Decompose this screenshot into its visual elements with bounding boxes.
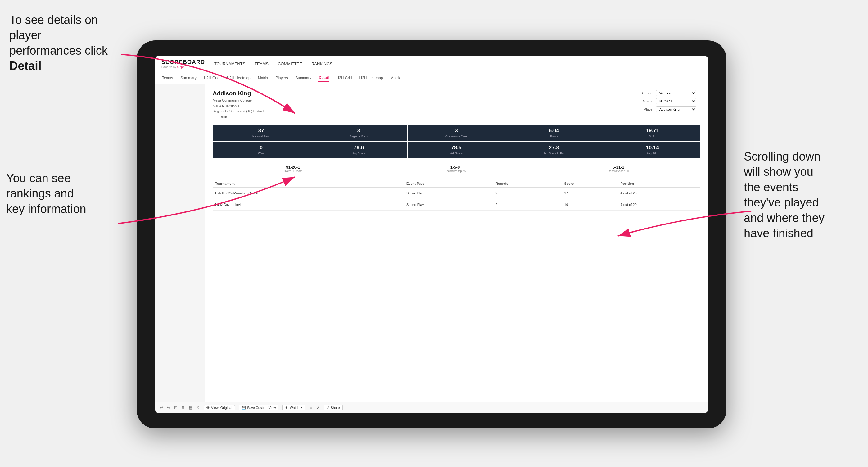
col-rounds: Rounds: [493, 180, 562, 188]
stat-national-rank-label: National Rank: [215, 135, 307, 138]
subnav-h2h-heatmap2[interactable]: H2H Heatmap: [359, 74, 383, 82]
nav-items: TOURNAMENTS TEAMS COMMITTEE RANKINGS: [214, 60, 333, 68]
share-button[interactable]: ↗ Share: [324, 405, 342, 410]
sub-nav: Teams Summary H2H Grid H2H Heatmap Matri…: [155, 72, 708, 84]
annotation-bottom-left: You can see rankings and key information: [6, 171, 118, 217]
player-year: First Year: [213, 114, 264, 120]
annotation-top-left: To see details on player performances cl…: [9, 12, 115, 74]
overall-record-value: 91-20-1: [284, 165, 302, 169]
clock-icon[interactable]: ⏱: [196, 405, 200, 410]
division-select[interactable]: NJCAA I: [656, 98, 696, 104]
save-custom-button[interactable]: 💾 Save Custom View: [239, 405, 279, 410]
nav-tournaments[interactable]: TOURNAMENTS: [214, 60, 245, 68]
tablet-frame: SCOREBOARD Powered by clippd TOURNAMENTS…: [136, 40, 726, 429]
player-filter-row: Player Addison King: [638, 106, 700, 113]
table-row: Lady Coyote Invite Stroke Play 2 16 7 ou…: [213, 199, 700, 211]
gender-select[interactable]: Women Men: [656, 90, 696, 96]
score-2: 16: [562, 199, 618, 211]
layout-icon[interactable]: ▦: [188, 405, 192, 410]
logo-area: SCOREBOARD Powered by clippd: [161, 59, 205, 69]
event-type-1: Stroke Play: [404, 188, 493, 199]
records-row: 91-20-1 Overall Record 1-5-0 Record vs t…: [213, 162, 700, 176]
stats-row2: 0 Wins 79.6 Avg Score 78.5 Adj Score 2: [213, 142, 700, 158]
subnav-h2h-heatmap[interactable]: H2H Heatmap: [226, 74, 251, 82]
score-1: 17: [562, 188, 618, 199]
screen-icon[interactable]: 🖥: [309, 405, 313, 410]
subnav-matrix[interactable]: Matrix: [257, 74, 269, 82]
stat-avg-score-par-value: 27.8: [508, 145, 600, 151]
stat-regional-rank-value: 3: [313, 128, 404, 134]
stat-national-rank-value: 37: [215, 128, 307, 134]
stat-national-rank: 37 National Rank: [213, 125, 310, 141]
view-icon: 👁: [207, 406, 210, 410]
expand-icon[interactable]: ⤢: [317, 405, 320, 410]
player-filters: Gender Women Men Division NJCAA I: [638, 90, 700, 113]
stat-avg-sg-value: -10.14: [606, 145, 698, 151]
player-select[interactable]: Addison King: [656, 106, 696, 113]
stat-sos-value: -19.71: [606, 128, 698, 134]
stat-points: 6.04 Points: [505, 125, 602, 141]
watch-icon: 👁: [285, 406, 288, 410]
top25-record: 1-5-0 Record vs top 25: [444, 165, 466, 173]
stat-sos: -19.71 SoS: [603, 125, 700, 141]
col-tournament: Tournament: [213, 180, 404, 188]
stat-points-label: Points: [508, 135, 600, 138]
view-original-button[interactable]: 👁 View: Original: [204, 405, 235, 410]
division-label: Division: [638, 99, 653, 103]
stat-regional-rank-label: Regional Rank: [313, 135, 404, 138]
stat-wins-label: Wins: [215, 152, 307, 155]
overall-record-label: Overall Record: [284, 169, 302, 173]
player-school: Mesa Community College: [213, 98, 264, 103]
subnav-h2h-grid[interactable]: H2H Grid: [203, 74, 220, 82]
logo-powered: Powered by clippd: [161, 65, 205, 69]
player-region: Region 1 - Southwest (18) District: [213, 109, 264, 114]
logo-scoreboard: SCOREBOARD: [161, 59, 205, 65]
subnav-players[interactable]: Players: [275, 74, 288, 82]
undo-icon[interactable]: ↩: [160, 405, 163, 410]
top25-record-label: Record vs top 25: [444, 169, 466, 173]
redo-icon[interactable]: ↪: [167, 405, 170, 410]
top50-record-value: 5-11-1: [608, 165, 629, 169]
col-event-type: Event Type: [404, 180, 493, 188]
rounds-1: 2: [493, 188, 562, 199]
bottom-toolbar: ↩ ↪ ⊡ ⊕ ▦ ⏱ 👁 View: Original 💾 Save Cust…: [155, 402, 708, 413]
event-type-2: Stroke Play: [404, 199, 493, 211]
stat-adj-score-value: 78.5: [410, 145, 502, 151]
nav-committee[interactable]: COMMITTEE: [278, 60, 302, 68]
position-2: 7 out of 20: [618, 199, 700, 211]
tournament-name-2: Lady Coyote Invite: [213, 199, 404, 211]
player-division: NJCAA Division 1: [213, 103, 264, 109]
col-position: Position: [618, 180, 700, 188]
watch-button[interactable]: 👁 Watch ▾: [282, 405, 305, 410]
stat-avg-score-value: 79.6: [313, 145, 404, 151]
zoom-fit-icon[interactable]: ⊡: [174, 405, 178, 410]
app-container: SCOREBOARD Powered by clippd TOURNAMENTS…: [155, 56, 708, 413]
zoom-icon[interactable]: ⊕: [181, 405, 185, 410]
nav-rankings[interactable]: RANKINGS: [311, 60, 333, 68]
player-name: Addison King: [213, 90, 264, 97]
stat-conference-rank-value: 3: [410, 128, 502, 134]
subnav-summary2[interactable]: Summary: [294, 74, 312, 82]
subnav-detail[interactable]: Detail: [318, 74, 330, 82]
subnav-h2h-grid2[interactable]: H2H Grid: [336, 74, 352, 82]
stat-avg-score-par: 27.8 Avg Score to Par: [505, 142, 602, 158]
tournament-table: Tournament Event Type Rounds Score Posit…: [213, 180, 700, 211]
main-content: Addison King Mesa Community College NJCA…: [155, 84, 708, 402]
gender-filter-row: Gender Women Men: [638, 90, 700, 96]
subnav-matrix2[interactable]: Matrix: [390, 74, 401, 82]
overall-record: 91-20-1 Overall Record: [284, 165, 302, 173]
division-filter-row: Division NJCAA I: [638, 98, 700, 104]
nav-teams[interactable]: TEAMS: [254, 60, 269, 68]
subnav-teams[interactable]: Teams: [161, 74, 174, 82]
subnav-summary[interactable]: Summary: [180, 74, 197, 82]
tablet-screen: SCOREBOARD Powered by clippd TOURNAMENTS…: [155, 56, 708, 413]
detail-panel: Addison King Mesa Community College NJCA…: [205, 84, 708, 402]
stat-avg-score-par-label: Avg Score to Par: [508, 152, 600, 155]
col-score: Score: [562, 180, 618, 188]
position-1: 4 out of 20: [618, 188, 700, 199]
stat-adj-score-label: Adj Score: [410, 152, 502, 155]
stat-avg-sg: -10.14 Avg SG: [603, 142, 700, 158]
stat-wins-value: 0: [215, 145, 307, 151]
tournament-name-1: Estella CC- Mountain Classic: [213, 188, 404, 199]
stat-regional-rank: 3 Regional Rank: [310, 125, 407, 141]
